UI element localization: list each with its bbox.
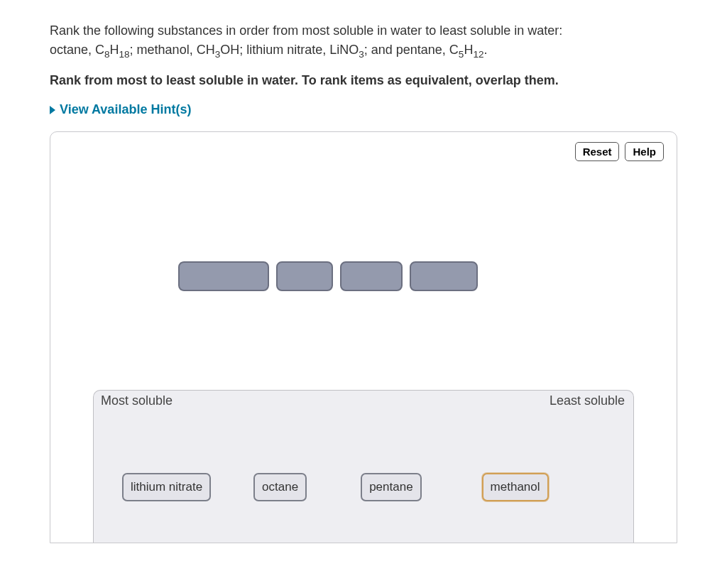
rank-slots bbox=[178, 261, 478, 291]
canvas-toolbar: Reset Help bbox=[575, 142, 664, 161]
help-button[interactable]: Help bbox=[625, 142, 664, 161]
ranking-instruction: Rank from most to least soluble in water… bbox=[50, 72, 677, 89]
rank-slot[interactable] bbox=[410, 261, 478, 291]
chip-pentane[interactable]: pentane bbox=[361, 473, 421, 501]
chevron-right-icon bbox=[50, 106, 55, 114]
reset-button[interactable]: Reset bbox=[575, 142, 620, 161]
rank-slot[interactable] bbox=[276, 261, 333, 291]
question-line1: Rank the following substances in order f… bbox=[50, 23, 562, 38]
rank-slot[interactable] bbox=[178, 261, 269, 291]
question-line2: octane, C8H18; methanol, CH3OH; lithium … bbox=[50, 43, 487, 57]
hints-label: View Available Hint(s) bbox=[60, 102, 191, 117]
chip-methanol[interactable]: methanol bbox=[482, 473, 549, 501]
chip-lithium-nitrate[interactable]: lithium nitrate bbox=[122, 473, 211, 501]
view-hints-toggle[interactable]: View Available Hint(s) bbox=[50, 102, 677, 117]
question-text: Rank the following substances in order f… bbox=[50, 21, 677, 62]
zone-label-least: Least soluble bbox=[550, 393, 625, 408]
ranking-canvas: Reset Help Most soluble Least soluble li… bbox=[50, 131, 677, 543]
rank-slot[interactable] bbox=[340, 261, 403, 291]
chip-row: lithium nitrate octane pentane methanol bbox=[122, 473, 549, 501]
zone-label-most: Most soluble bbox=[101, 393, 173, 408]
chip-octane[interactable]: octane bbox=[253, 473, 307, 501]
drop-zone[interactable]: Most soluble Least soluble lithium nitra… bbox=[93, 390, 634, 543]
